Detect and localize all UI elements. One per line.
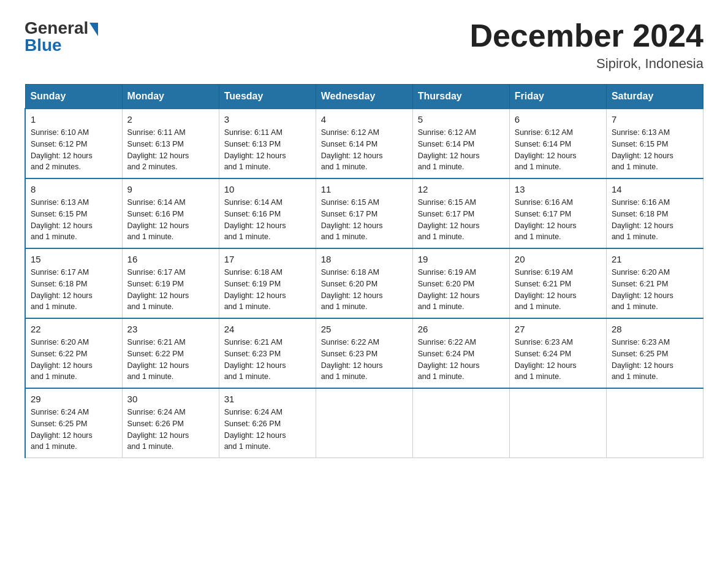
day-number: 24 <box>224 324 311 334</box>
calendar-cell <box>509 388 606 458</box>
calendar-week-5: 29Sunrise: 6:24 AMSunset: 6:25 PMDayligh… <box>25 388 703 458</box>
calendar-cell <box>412 388 509 458</box>
calendar-cell: 3Sunrise: 6:11 AMSunset: 6:13 PMDaylight… <box>219 109 316 178</box>
calendar-table: SundayMondayTuesdayWednesdayThursdayFrid… <box>25 84 703 458</box>
day-number: 16 <box>127 254 214 264</box>
day-number: 5 <box>418 114 504 124</box>
day-info: Sunrise: 6:24 AMSunset: 6:25 PMDaylight:… <box>31 407 117 453</box>
day-number: 17 <box>224 254 311 264</box>
day-number: 11 <box>321 184 408 194</box>
calendar-cell <box>316 388 412 458</box>
day-number: 15 <box>31 254 117 264</box>
calendar-cell: 27Sunrise: 6:23 AMSunset: 6:24 PMDayligh… <box>509 318 606 388</box>
calendar-cell: 2Sunrise: 6:11 AMSunset: 6:13 PMDaylight… <box>122 109 219 178</box>
calendar-cell: 26Sunrise: 6:22 AMSunset: 6:24 PMDayligh… <box>412 318 509 388</box>
header-day-thursday: Thursday <box>412 85 509 109</box>
day-info: Sunrise: 6:13 AMSunset: 6:15 PMDaylight:… <box>612 127 698 173</box>
calendar-cell: 16Sunrise: 6:17 AMSunset: 6:19 PMDayligh… <box>122 248 219 318</box>
day-number: 4 <box>321 114 408 124</box>
day-info: Sunrise: 6:22 AMSunset: 6:24 PMDaylight:… <box>418 337 504 383</box>
day-number: 9 <box>127 184 214 194</box>
day-number: 1 <box>31 114 117 124</box>
day-info: Sunrise: 6:22 AMSunset: 6:23 PMDaylight:… <box>321 337 408 383</box>
calendar-cell: 10Sunrise: 6:14 AMSunset: 6:16 PMDayligh… <box>219 178 316 248</box>
day-number: 20 <box>515 254 601 264</box>
day-info: Sunrise: 6:17 AMSunset: 6:19 PMDaylight:… <box>127 267 214 313</box>
calendar-week-4: 22Sunrise: 6:20 AMSunset: 6:22 PMDayligh… <box>25 318 703 388</box>
day-info: Sunrise: 6:13 AMSunset: 6:15 PMDaylight:… <box>31 197 117 243</box>
day-info: Sunrise: 6:24 AMSunset: 6:26 PMDaylight:… <box>127 407 214 453</box>
day-info: Sunrise: 6:17 AMSunset: 6:18 PMDaylight:… <box>31 267 117 313</box>
calendar-body: 1Sunrise: 6:10 AMSunset: 6:12 PMDaylight… <box>25 109 703 458</box>
logo: General Blue <box>25 18 98 55</box>
day-number: 27 <box>515 324 601 334</box>
day-info: Sunrise: 6:19 AMSunset: 6:21 PMDaylight:… <box>515 267 601 313</box>
day-info: Sunrise: 6:16 AMSunset: 6:17 PMDaylight:… <box>515 197 601 243</box>
calendar-cell: 15Sunrise: 6:17 AMSunset: 6:18 PMDayligh… <box>25 248 122 318</box>
day-number: 30 <box>127 394 214 404</box>
calendar-cell: 4Sunrise: 6:12 AMSunset: 6:14 PMDaylight… <box>316 109 412 178</box>
day-info: Sunrise: 6:16 AMSunset: 6:18 PMDaylight:… <box>612 197 698 243</box>
day-info: Sunrise: 6:15 AMSunset: 6:17 PMDaylight:… <box>418 197 504 243</box>
header-day-monday: Monday <box>122 85 219 109</box>
calendar-cell: 25Sunrise: 6:22 AMSunset: 6:23 PMDayligh… <box>316 318 412 388</box>
day-number: 31 <box>224 394 311 404</box>
day-info: Sunrise: 6:20 AMSunset: 6:22 PMDaylight:… <box>31 337 117 383</box>
calendar-cell: 30Sunrise: 6:24 AMSunset: 6:26 PMDayligh… <box>122 388 219 458</box>
calendar-cell: 17Sunrise: 6:18 AMSunset: 6:19 PMDayligh… <box>219 248 316 318</box>
day-info: Sunrise: 6:10 AMSunset: 6:12 PMDaylight:… <box>31 127 117 173</box>
day-number: 3 <box>224 114 311 124</box>
day-info: Sunrise: 6:15 AMSunset: 6:17 PMDaylight:… <box>321 197 408 243</box>
calendar-cell: 19Sunrise: 6:19 AMSunset: 6:20 PMDayligh… <box>412 248 509 318</box>
day-info: Sunrise: 6:21 AMSunset: 6:22 PMDaylight:… <box>127 337 214 383</box>
calendar-cell: 13Sunrise: 6:16 AMSunset: 6:17 PMDayligh… <box>509 178 606 248</box>
day-info: Sunrise: 6:24 AMSunset: 6:26 PMDaylight:… <box>224 407 311 453</box>
day-number: 23 <box>127 324 214 334</box>
header-day-sunday: Sunday <box>25 85 122 109</box>
day-number: 21 <box>612 254 698 264</box>
calendar-cell: 29Sunrise: 6:24 AMSunset: 6:25 PMDayligh… <box>25 388 122 458</box>
day-number: 2 <box>127 114 214 124</box>
day-number: 10 <box>224 184 311 194</box>
day-info: Sunrise: 6:19 AMSunset: 6:20 PMDaylight:… <box>418 267 504 313</box>
calendar-cell: 7Sunrise: 6:13 AMSunset: 6:15 PMDaylight… <box>606 109 703 178</box>
calendar-cell <box>606 388 703 458</box>
header-day-friday: Friday <box>509 85 606 109</box>
calendar-cell: 12Sunrise: 6:15 AMSunset: 6:17 PMDayligh… <box>412 178 509 248</box>
calendar-cell: 21Sunrise: 6:20 AMSunset: 6:21 PMDayligh… <box>606 248 703 318</box>
day-number: 8 <box>31 184 117 194</box>
day-number: 22 <box>31 324 117 334</box>
calendar-cell: 31Sunrise: 6:24 AMSunset: 6:26 PMDayligh… <box>219 388 316 458</box>
day-number: 6 <box>515 114 601 124</box>
calendar-week-2: 8Sunrise: 6:13 AMSunset: 6:15 PMDaylight… <box>25 178 703 248</box>
day-info: Sunrise: 6:12 AMSunset: 6:14 PMDaylight:… <box>321 127 408 173</box>
day-info: Sunrise: 6:11 AMSunset: 6:13 PMDaylight:… <box>224 127 311 173</box>
day-info: Sunrise: 6:11 AMSunset: 6:13 PMDaylight:… <box>127 127 214 173</box>
day-number: 14 <box>612 184 698 194</box>
day-info: Sunrise: 6:14 AMSunset: 6:16 PMDaylight:… <box>224 197 311 243</box>
calendar-week-1: 1Sunrise: 6:10 AMSunset: 6:12 PMDaylight… <box>25 109 703 178</box>
day-info: Sunrise: 6:18 AMSunset: 6:19 PMDaylight:… <box>224 267 311 313</box>
calendar-cell: 5Sunrise: 6:12 AMSunset: 6:14 PMDaylight… <box>412 109 509 178</box>
calendar-week-3: 15Sunrise: 6:17 AMSunset: 6:18 PMDayligh… <box>25 248 703 318</box>
calendar-cell: 18Sunrise: 6:18 AMSunset: 6:20 PMDayligh… <box>316 248 412 318</box>
logo-blue-text: Blue <box>25 36 62 55</box>
day-number: 26 <box>418 324 504 334</box>
header-day-tuesday: Tuesday <box>219 85 316 109</box>
calendar-cell: 9Sunrise: 6:14 AMSunset: 6:16 PMDaylight… <box>122 178 219 248</box>
day-info: Sunrise: 6:21 AMSunset: 6:23 PMDaylight:… <box>224 337 311 383</box>
day-info: Sunrise: 6:20 AMSunset: 6:21 PMDaylight:… <box>612 267 698 313</box>
calendar-cell: 8Sunrise: 6:13 AMSunset: 6:15 PMDaylight… <box>25 178 122 248</box>
day-number: 19 <box>418 254 504 264</box>
day-number: 7 <box>612 114 698 124</box>
day-info: Sunrise: 6:12 AMSunset: 6:14 PMDaylight:… <box>515 127 601 173</box>
calendar-cell: 20Sunrise: 6:19 AMSunset: 6:21 PMDayligh… <box>509 248 606 318</box>
day-info: Sunrise: 6:18 AMSunset: 6:20 PMDaylight:… <box>321 267 408 313</box>
calendar-cell: 1Sunrise: 6:10 AMSunset: 6:12 PMDaylight… <box>25 109 122 178</box>
calendar-cell: 28Sunrise: 6:23 AMSunset: 6:25 PMDayligh… <box>606 318 703 388</box>
day-number: 12 <box>418 184 504 194</box>
title-area: December 2024 Sipirok, Indonesia <box>469 18 703 72</box>
day-info: Sunrise: 6:23 AMSunset: 6:24 PMDaylight:… <box>515 337 601 383</box>
calendar-cell: 22Sunrise: 6:20 AMSunset: 6:22 PMDayligh… <box>25 318 122 388</box>
header-day-saturday: Saturday <box>606 85 703 109</box>
